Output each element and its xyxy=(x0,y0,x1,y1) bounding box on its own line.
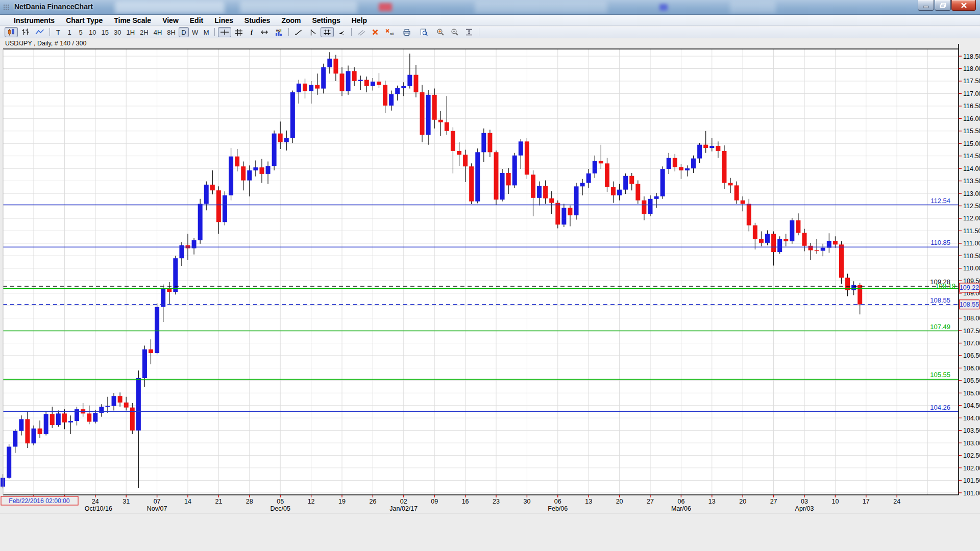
candle-body xyxy=(512,156,517,186)
candle-body xyxy=(709,146,714,148)
y-axis-label: 107.50 xyxy=(963,328,980,335)
x-axis-day-label: 20 xyxy=(739,498,746,505)
candle-body xyxy=(475,152,480,201)
candle xyxy=(839,241,844,284)
netdania-financechart-window: { "window": { "title": "NetDania Finance… xyxy=(0,0,980,551)
y-axis-label: 104.00 xyxy=(963,415,980,422)
candle-body xyxy=(383,85,387,106)
y-axis-label: 106.50 xyxy=(963,352,980,359)
candle xyxy=(777,236,782,254)
price-level-label: 109.19 xyxy=(935,282,955,290)
candle-body xyxy=(494,152,499,199)
candle-body xyxy=(605,163,609,187)
candle-body xyxy=(599,161,603,163)
candle-body xyxy=(364,80,369,86)
candle-body xyxy=(457,151,461,155)
candle-body xyxy=(728,183,733,185)
y-axis-label: 110.00 xyxy=(963,265,980,272)
current-price-box: 108.55 xyxy=(960,300,979,309)
candle-body xyxy=(821,248,825,251)
candle-body xyxy=(574,186,579,215)
candle-body xyxy=(223,195,227,222)
candle-body xyxy=(303,84,307,91)
candle-body xyxy=(568,208,572,215)
x-axis-day-label: 19 xyxy=(338,498,346,505)
candle-body xyxy=(321,67,326,89)
candle-body xyxy=(525,141,529,174)
y-axis-label: 118.00 xyxy=(963,65,980,72)
candle xyxy=(32,425,36,445)
candle-body xyxy=(112,396,116,406)
candle-body xyxy=(487,133,492,153)
candle-body xyxy=(315,85,320,88)
candle-body xyxy=(130,408,135,431)
candle xyxy=(512,153,517,188)
candle-body xyxy=(7,447,11,478)
candle-body xyxy=(580,183,585,186)
y-axis-label: 101.00 xyxy=(963,490,980,497)
y-axis-label: 116.50 xyxy=(963,103,980,110)
candle-body xyxy=(531,174,535,197)
candle-body xyxy=(722,151,726,183)
candle-body xyxy=(426,95,431,135)
x-axis-day-label: 13 xyxy=(708,498,716,505)
price-level-label: 108.55 xyxy=(930,296,950,304)
candle-body xyxy=(358,80,363,81)
candle-body xyxy=(62,413,67,422)
x-axis-day-label: 07 xyxy=(154,498,161,505)
x-axis-day-label: 21 xyxy=(215,498,222,505)
y-axis-label: 113.50 xyxy=(963,178,980,185)
candle-body xyxy=(229,157,233,195)
candle-body xyxy=(50,414,55,425)
candle-body xyxy=(413,75,418,92)
candle-body xyxy=(660,169,665,196)
candle-body xyxy=(500,173,505,199)
x-axis-day-label: 31 xyxy=(122,498,130,505)
candle-body xyxy=(679,167,683,170)
x-axis-day-label: 24 xyxy=(893,498,900,505)
candle-body xyxy=(555,203,560,225)
candle-body xyxy=(253,167,258,170)
candle-body xyxy=(451,131,455,151)
x-axis-day-label: 06 xyxy=(677,498,684,505)
candle-body xyxy=(654,196,659,199)
candle-body xyxy=(241,166,246,180)
candle-body xyxy=(142,349,147,378)
x-axis-day-label: 13 xyxy=(585,498,592,505)
candle xyxy=(500,169,505,202)
candle-body xyxy=(352,71,357,81)
candle-body xyxy=(506,173,511,185)
candle xyxy=(130,403,135,434)
candle-body xyxy=(259,167,264,174)
candle xyxy=(494,151,499,205)
candle-body xyxy=(216,190,221,222)
candle-body xyxy=(272,134,277,166)
candle-body xyxy=(395,88,400,94)
candle-body xyxy=(99,407,104,413)
y-axis[interactable]: 118.50118.00117.50117.00116.50116.00115.… xyxy=(959,53,980,497)
x-axis[interactable]: 10Oct/10/1617243107Nov/0714212805Dec/051… xyxy=(30,495,900,512)
candle-body xyxy=(204,185,209,204)
candle-body xyxy=(623,176,628,190)
y-axis-label: 108.00 xyxy=(963,315,980,322)
candle-body xyxy=(519,141,523,155)
current-price-box: 109.22 xyxy=(960,283,979,292)
y-axis-label: 113.00 xyxy=(963,190,980,197)
candle-body xyxy=(155,307,159,353)
candle xyxy=(420,85,425,142)
candle-body xyxy=(340,73,345,91)
candle xyxy=(155,303,159,354)
x-axis-day-label: 30 xyxy=(523,498,530,505)
candle-body xyxy=(642,201,646,214)
candle-body xyxy=(173,258,178,292)
x-axis-day-label: 20 xyxy=(616,498,623,505)
candle xyxy=(272,131,277,170)
candle-body xyxy=(93,413,97,421)
candle-body xyxy=(371,82,375,86)
candle-body xyxy=(463,155,468,166)
candle-body xyxy=(32,429,36,443)
candle-body xyxy=(747,204,751,226)
candle-body xyxy=(771,234,776,252)
y-axis-label: 114.50 xyxy=(963,153,980,160)
x-axis-day-label: 14 xyxy=(184,498,191,505)
